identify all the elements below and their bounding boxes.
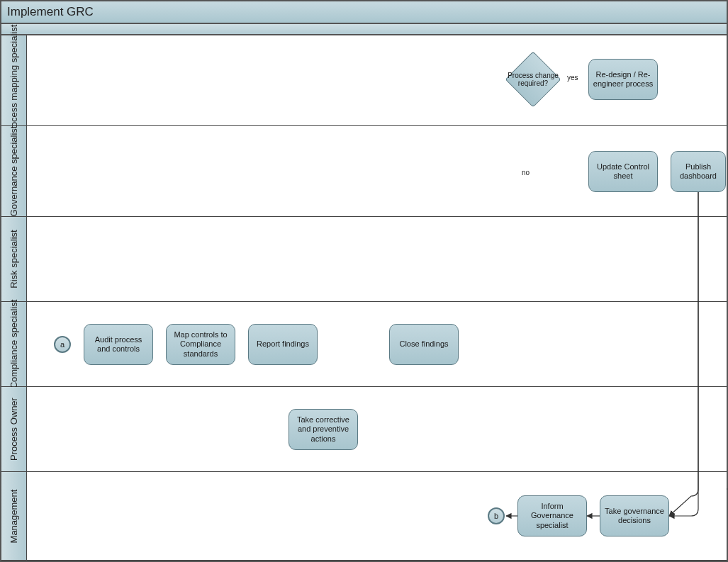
end-event-b: b bbox=[488, 507, 505, 524]
task-audit: Audit process and controls bbox=[84, 324, 153, 365]
start-event-a: a bbox=[54, 336, 71, 353]
lane-process-owner: Process Owner Take corrective and preven… bbox=[1, 387, 727, 472]
task-close-findings: Close findings bbox=[389, 324, 459, 365]
lane-label: Process Owner bbox=[1, 387, 27, 471]
pool-title: Implement GRC bbox=[1, 1, 727, 24]
lane-body: no Update Control sheet Publish dashboar… bbox=[27, 126, 727, 216]
lane-body: Process change required? yes Re-design /… bbox=[27, 35, 727, 125]
task-redesign: Re-design / Re-engineer process bbox=[588, 59, 658, 100]
lane-label-text: Process mapping specialist bbox=[9, 25, 19, 137]
lanes-container: Process mapping specialist Process chang… bbox=[1, 35, 727, 561]
lane-body: Take corrective and preventive actions bbox=[27, 387, 727, 471]
task-publish-dashboard: Publish dashboard bbox=[671, 151, 726, 192]
lane-management: Management Take governance decisions Inf… bbox=[1, 472, 727, 561]
lane-label: Governance specialist bbox=[1, 126, 27, 216]
lane-label-text: Process Owner bbox=[9, 398, 19, 461]
task-report-findings: Report findings bbox=[248, 324, 318, 365]
task-capa: Take corrective and preventive actions bbox=[289, 409, 358, 450]
lane-process-mapping: Process mapping specialist Process chang… bbox=[1, 35, 727, 126]
lane-risk: Risk specialist bbox=[1, 217, 727, 302]
lane-label: Management bbox=[1, 472, 27, 560]
lane-label-text: Management bbox=[9, 489, 19, 543]
lane-governance: Governance specialist no Update Control … bbox=[1, 126, 727, 217]
pool-sub-header bbox=[1, 24, 727, 35]
lane-label: Risk specialist bbox=[1, 217, 27, 301]
edge-label-no: no bbox=[522, 169, 530, 176]
lane-compliance: Compliance specialist a Audit process an… bbox=[1, 302, 727, 387]
task-governance-decisions: Take governance decisions bbox=[600, 495, 669, 536]
edge-label-yes: yes bbox=[567, 74, 578, 82]
lane-body bbox=[27, 217, 727, 301]
gateway-process-change: Process change required? bbox=[508, 54, 559, 105]
lane-body: Take governance decisions Inform Governa… bbox=[27, 472, 727, 560]
lane-label-text: Risk specialist bbox=[9, 230, 19, 288]
lane-label: Process mapping specialist bbox=[1, 35, 27, 125]
gateway-label: Process change required? bbox=[503, 72, 563, 88]
lane-label: Compliance specialist bbox=[1, 302, 27, 386]
lane-body: a Audit process and controls Map control… bbox=[27, 302, 727, 386]
lane-label-text: Compliance specialist bbox=[9, 300, 19, 389]
lane-label-text: Governance specialist bbox=[9, 126, 19, 217]
swimlane-pool: Implement GRC bbox=[0, 0, 728, 562]
task-map-controls: Map controls to Compliance standards bbox=[166, 324, 235, 365]
task-update-control-sheet: Update Control sheet bbox=[588, 151, 658, 192]
task-inform-governance: Inform Governance specialist bbox=[517, 495, 587, 536]
